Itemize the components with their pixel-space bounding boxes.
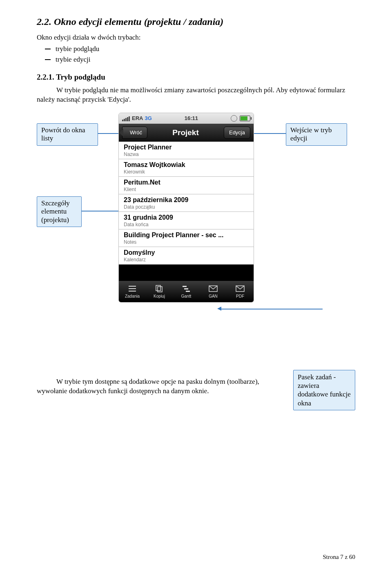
section-heading: 2.2. Okno edycji elementu (projektu / za…: [37, 16, 355, 27]
row-value: Project Planner: [124, 144, 249, 151]
callout-back-to-list: Powrót do okna listy: [37, 123, 98, 146]
navigation-bar: Wróć Projekt Edycja: [119, 124, 254, 142]
connector-line: [220, 309, 323, 309]
page-footer: Strona 7 z 60: [323, 554, 355, 561]
row-value: Domyślny: [124, 249, 249, 256]
back-button[interactable]: Wróć: [122, 127, 147, 139]
row-label: Notes: [124, 239, 249, 245]
toolbar-gantt[interactable]: Gantt: [174, 284, 198, 298]
diagram: Powrót do okna listy Wejście w tryb edyc…: [37, 113, 355, 366]
row-value: Peritum.Net: [124, 179, 249, 186]
bottom-paragraph: W trybie tym dostępne są dodatkowe opcje…: [37, 377, 265, 396]
subsection-number: 2.2.1.: [37, 73, 54, 81]
row-label: Klient: [124, 187, 249, 192]
toolbar-copy[interactable]: Kopiuj: [147, 284, 172, 298]
phone-spacer: [119, 265, 254, 281]
callout-element-details: Szczegóły elementu (projektu): [37, 196, 82, 227]
row-value: Tomasz Wojtkowiak: [124, 161, 249, 169]
subsection-title-text: Tryb podglądu: [56, 73, 105, 81]
arrow-icon: [217, 307, 221, 311]
connector-line: [82, 211, 120, 211]
callout-enter-edit: Wejście w tryb edycji: [286, 123, 347, 146]
table-row[interactable]: Tomasz Wojtkowiak Kierownik: [119, 159, 254, 177]
list-item: trybie edycji: [45, 56, 355, 64]
toolbar-pdf[interactable]: PDF: [228, 284, 252, 298]
subsection-heading: 2.2.1. Tryb podglądu: [37, 73, 355, 82]
bullet-dash-icon: [45, 59, 51, 60]
list-item-label: trybie edycji: [56, 56, 90, 64]
toolbar-label: Zadania: [125, 294, 140, 298]
table-row[interactable]: Building Project Planner - sec ... Notes: [119, 229, 254, 247]
callout-text: Powrót do okna listy: [41, 126, 85, 142]
section-number: 2.2.: [37, 16, 51, 27]
network-label: 3G: [145, 115, 151, 121]
row-label: Kalendarz: [124, 257, 249, 263]
details-list: Project Planner Nazwa Tomasz Wojtkowiak …: [119, 142, 254, 265]
row-label: Data końca: [124, 222, 249, 227]
list-item: trybie podglądu: [45, 45, 355, 53]
toolbar-label: GAN: [209, 294, 218, 298]
row-value: 23 października 2009: [124, 196, 249, 204]
toolbar-label: PDF: [236, 294, 244, 298]
bullet-dash-icon: [45, 49, 51, 49]
table-row[interactable]: Peritum.Net Klient: [119, 177, 254, 194]
intro-text: Okno edycji działa w dwóch trybach:: [37, 33, 355, 42]
edit-button[interactable]: Edycja: [224, 127, 250, 139]
row-value: 31 grudnia 2009: [124, 214, 249, 221]
subsection-paragraph: W trybie podglądu nie ma możliwości zmia…: [37, 86, 355, 105]
toolbar: Zadania Kopiuj Gantt: [119, 281, 254, 302]
callout-text: Pasek zadań - zawiera dodatkowe funkcje …: [298, 373, 351, 407]
table-row[interactable]: 23 października 2009 Data początku: [119, 194, 254, 212]
row-label: Nazwa: [124, 151, 249, 157]
toolbar-gan[interactable]: GAN: [201, 284, 225, 298]
copy-icon: [147, 284, 172, 293]
carrier-label: ERA: [132, 115, 143, 121]
toolbar-label: Kopiuj: [154, 294, 165, 298]
phone-screenshot: ERA 3G 16:11 Wróć Projekt Edycja: [118, 113, 254, 303]
toolbar-label: Gantt: [181, 294, 191, 298]
table-row[interactable]: Project Planner Nazwa: [119, 142, 254, 159]
battery-icon: [240, 116, 250, 121]
callout-text: Szczegóły elementu (projektu): [41, 199, 70, 224]
table-row[interactable]: Domyślny Kalendarz: [119, 247, 254, 265]
status-bar: ERA 3G 16:11: [119, 113, 254, 124]
edit-button-label: Edycja: [229, 129, 245, 136]
toolbar-tasks[interactable]: Zadania: [120, 284, 145, 298]
svg-rect-6: [184, 288, 188, 289]
connector-line: [249, 133, 286, 134]
svg-rect-5: [183, 286, 187, 287]
status-indicator-icon: [231, 115, 237, 122]
clock: 16:11: [185, 115, 198, 121]
connector-line: [98, 133, 120, 134]
nav-title: Projekt: [172, 128, 198, 137]
signal-bars-icon: [122, 115, 130, 121]
row-label: Kierownik: [124, 169, 249, 175]
envelope-icon: [228, 284, 252, 293]
envelope-icon: [201, 284, 225, 293]
row-label: Data początku: [124, 204, 249, 210]
list-lines-icon: [120, 284, 145, 293]
svg-rect-7: [186, 291, 190, 292]
list-item-label: trybie podglądu: [56, 45, 99, 53]
section-title-text: Okno edycji elementu (projektu / zadania…: [54, 16, 223, 27]
gantt-icon: [174, 284, 198, 293]
callout-text: Wejście w tryb edycji: [290, 126, 332, 142]
table-row[interactable]: 31 grudnia 2009 Data końca: [119, 212, 254, 229]
row-value: Building Project Planner - sec ...: [124, 231, 249, 239]
svg-rect-3: [156, 285, 160, 291]
svg-rect-4: [158, 287, 162, 292]
back-button-label: Wróć: [130, 129, 142, 136]
callout-toolbar: Pasek zadań - zawiera dodatkowe funkcje …: [293, 370, 355, 410]
